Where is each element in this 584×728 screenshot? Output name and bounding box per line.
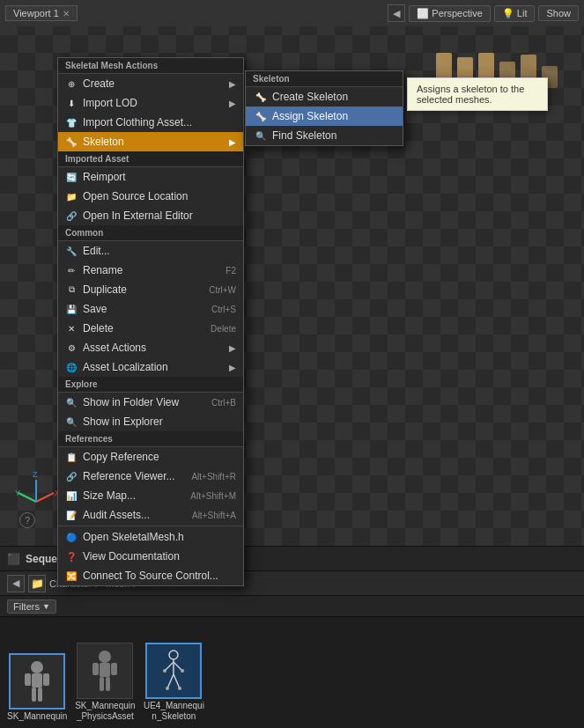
submenu-find-skeleton[interactable]: 🔍 Find Skeleton — [246, 126, 403, 145]
submenu-assign-skeleton[interactable]: 🦴 Assign Skeleton — [246, 107, 403, 126]
tooltip-text: Assigns a skeleton to the selected meshe… — [417, 84, 524, 105]
menu-item-view-documentation[interactable]: ❓ View Documentation — [58, 547, 243, 566]
svg-rect-8 — [25, 673, 31, 686]
lit-label: Lit — [517, 8, 528, 18]
audit-assets-shortcut: Alt+Shift+A — [192, 511, 236, 520]
viewport-tab[interactable]: Viewport 1 ✕ — [5, 5, 78, 21]
skeleton-label: Skeleton — [83, 136, 124, 148]
reimport-label: Reimport — [83, 171, 126, 183]
asset-actions-icon: ⚙ — [65, 342, 78, 354]
show-button[interactable]: Show — [538, 5, 579, 21]
duplicate-icon: ⧉ — [65, 283, 78, 296]
size-map-icon: 📊 — [65, 489, 78, 502]
menu-item-asset-actions[interactable]: ⚙ Asset Actions ▶ — [58, 338, 243, 357]
menu-item-asset-localization[interactable]: 🌐 Asset Localization ▶ — [58, 357, 243, 377]
menu-item-open-skeletal-mesh[interactable]: 🔵 Open SkeletalMesh.h — [58, 527, 243, 547]
asset-name-physics: SK_Mannequin_PhysicsAsset — [74, 701, 136, 722]
delete-label: Delete — [83, 322, 114, 335]
svg-rect-13 — [100, 663, 110, 677]
open-external-icon: 🔗 — [65, 210, 78, 222]
audit-assets-label: Audit Assets... — [83, 509, 150, 521]
show-folder-shortcut: Ctrl+B — [211, 398, 236, 408]
perspective-button[interactable]: ⬜ Perspective — [409, 5, 490, 22]
asset-localization-label: Asset Localization — [83, 361, 168, 373]
connect-source-control-label: Connect To Source Control... — [83, 570, 218, 582]
menu-item-duplicate[interactable]: ⧉ Duplicate Ctrl+W — [58, 280, 243, 299]
skeleton-arrow-icon: ▶ — [229, 137, 236, 147]
open-source-icon: 📁 — [65, 190, 78, 202]
context-menu: Skeletal Mesh Actions ⊕ Create ▶ ⬇ Impor… — [57, 57, 244, 586]
menu-item-delete[interactable]: ✕ Delete Delete — [58, 319, 243, 338]
save-shortcut: Ctrl+S — [211, 305, 236, 314]
asset-actions-arrow-icon: ▶ — [229, 343, 236, 353]
explorer-icon: 🔍 — [65, 415, 78, 428]
import-clothing-icon: 👕 — [65, 116, 78, 129]
svg-point-6 — [31, 661, 43, 673]
view-documentation-icon: ❓ — [65, 550, 78, 563]
asset-thumb-physics — [77, 643, 133, 699]
viewport-close-button[interactable]: ✕ — [63, 9, 70, 18]
menu-item-reimport[interactable]: 🔄 Reimport — [58, 167, 243, 187]
lit-icon: 💡 — [502, 8, 514, 19]
menu-item-show-folder-view[interactable]: 🔍 Show in Folder View Ctrl+B — [58, 393, 243, 412]
asset-thumb-sk-mannequin — [9, 653, 65, 710]
menu-item-open-source-location[interactable]: 📁 Open Source Location — [58, 187, 243, 206]
menu-item-import-clothing[interactable]: 👕 Import Clothing Asset... — [58, 113, 243, 132]
show-explorer-label: Show in Explorer — [83, 415, 163, 428]
nav-back-button[interactable]: ◀ — [7, 575, 25, 592]
assets-area: SK_Mannequin SK_Mannequin_PhysicsAsset — [0, 617, 584, 728]
svg-point-12 — [99, 651, 111, 663]
menu-item-save[interactable]: 💾 Save Ctrl+S — [58, 299, 243, 319]
asset-item-skeleton[interactable]: UE4_Mannequin_Skeleton — [143, 643, 204, 722]
menu-item-edit[interactable]: 🔧 Edit... — [58, 241, 243, 261]
menu-item-rename[interactable]: ✏ Rename F2 — [58, 261, 243, 280]
rename-icon: ✏ — [65, 264, 78, 276]
menu-divider-1 — [58, 526, 243, 526]
asset-item-sk-mannequin[interactable]: SK_Mannequin — [7, 653, 67, 722]
open-skeletal-mesh-label: Open SkeletalMesh.h — [83, 531, 184, 543]
section-common: Common — [58, 225, 243, 241]
lit-button[interactable]: 💡 Lit — [494, 5, 536, 22]
menu-item-create[interactable]: ⊕ Create ▶ — [58, 74, 243, 93]
svg-rect-10 — [32, 688, 36, 702]
size-map-label: Size Map... — [83, 489, 136, 502]
menu-item-audit-assets[interactable]: 📝 Audit Assets... Alt+Shift+A — [58, 505, 243, 525]
filters-dropdown-icon: ▼ — [42, 602, 50, 611]
menu-item-show-explorer[interactable]: 🔍 Show in Explorer — [58, 412, 243, 431]
svg-rect-7 — [32, 673, 42, 688]
svg-point-25 — [181, 669, 184, 673]
menu-item-open-external[interactable]: 🔗 Open In External Editor — [58, 206, 243, 225]
skeleton-icon: 🦴 — [65, 136, 78, 148]
filters-button[interactable]: Filters ▼ — [7, 599, 56, 614]
copy-reference-label: Copy Reference — [83, 451, 159, 463]
reference-viewer-label: Reference Viewer... — [83, 470, 175, 482]
menu-item-size-map[interactable]: 📊 Size Map... Alt+Shift+M — [58, 486, 243, 505]
import-clothing-label: Import Clothing Asset... — [83, 116, 192, 129]
asset-localization-arrow-icon: ▶ — [229, 363, 236, 372]
folder-button[interactable]: 📁 — [28, 575, 46, 592]
show-label: Show — [546, 8, 571, 18]
assign-skeleton-tooltip: Assigns a skeleton to the selected meshe… — [407, 77, 548, 111]
audit-assets-icon: 📝 — [65, 509, 78, 521]
skeleton-submenu: Skeleton 🦴 Create Skeleton 🦴 Assign Skel… — [245, 70, 403, 146]
svg-point-24 — [163, 669, 166, 673]
menu-item-copy-reference[interactable]: 📋 Copy Reference — [58, 447, 243, 467]
svg-line-20 — [165, 662, 174, 671]
submenu-create-skeleton[interactable]: 🦴 Create Skeleton — [246, 87, 403, 107]
svg-rect-14 — [92, 663, 99, 675]
import-lod-arrow-icon: ▶ — [229, 99, 236, 108]
menu-item-skeleton[interactable]: 🦴 Skeleton ▶ — [58, 132, 243, 151]
open-external-label: Open In External Editor — [83, 210, 193, 222]
menu-item-import-lod[interactable]: ⬇ Import LOD ▶ — [58, 93, 243, 113]
asset-item-physics[interactable]: SK_Mannequin_PhysicsAsset — [74, 643, 136, 722]
menu-item-connect-source-control[interactable]: 🔀 Connect To Source Control... — [58, 566, 243, 585]
menu-item-reference-viewer[interactable]: 🔗 Reference Viewer... Alt+Shift+R — [58, 467, 243, 486]
svg-rect-16 — [100, 677, 104, 691]
reference-viewer-icon: 🔗 — [65, 470, 78, 482]
asset-name-sk-mannequin: SK_Mannequin — [7, 711, 67, 722]
viewport-topbar: Viewport 1 ✕ ◀ ⬜ Perspective 💡 Lit Show — [0, 0, 584, 26]
viewport-nav-back[interactable]: ◀ — [388, 4, 405, 22]
viewport-tab-label: Viewport 1 — [13, 8, 59, 18]
create-icon: ⊕ — [65, 77, 78, 90]
help-button[interactable]: ? — [19, 512, 35, 528]
